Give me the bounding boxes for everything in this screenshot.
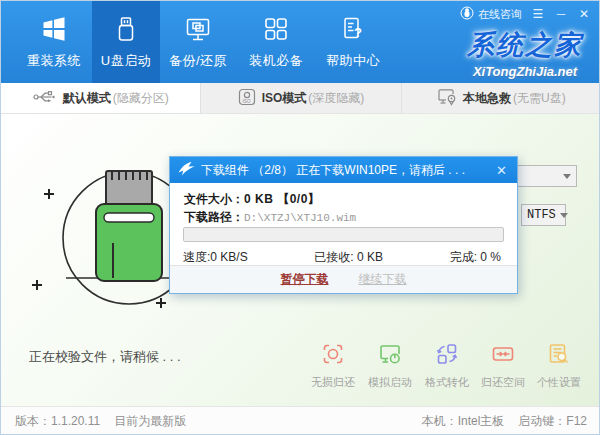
done-stat: 完成: 0 % bbox=[450, 249, 501, 266]
received-stat: 已接收: 0 KB bbox=[314, 249, 383, 266]
local-rescue-icon bbox=[437, 88, 457, 109]
usb-drive-icon bbox=[112, 15, 140, 47]
usb-symbol-icon bbox=[33, 90, 57, 107]
pause-download-button[interactable]: 暂停下载 bbox=[281, 271, 329, 288]
close-button[interactable]: ✕ bbox=[577, 7, 591, 21]
action-format-convert[interactable]: 格式转化 bbox=[419, 342, 475, 390]
app-window: 重装系统 U盘启动 备份/还原 bbox=[0, 0, 600, 435]
dialog-titlebar[interactable]: 下载组件 （2/8） 正在下载WIN10PE，请稍后 . . . ✕ bbox=[170, 157, 517, 183]
nav-label: U盘启动 bbox=[101, 52, 151, 70]
dialog-title: 下载组件 （2/8） 正在下载WIN10PE，请稍后 . . . bbox=[201, 162, 488, 179]
tab-default-mode[interactable]: 默认模式(隐藏分区) bbox=[1, 83, 201, 113]
nav-label: 帮助中心 bbox=[326, 52, 380, 70]
main-content: NTFS 正在校验文件，请稍候 . . . 无损归还 bbox=[1, 114, 600, 406]
mode-tabbar: 默认模式(隐藏分区) ISO ISO模式(深度隐藏) 本地急救(无需U盘) bbox=[1, 83, 600, 114]
bird-icon bbox=[178, 161, 195, 179]
tab-local-rescue[interactable]: 本地急救(无需U盘) bbox=[402, 83, 600, 113]
apps-grid-icon bbox=[262, 15, 290, 47]
header-utility-bar: 在线咨询 ☰ ─ ✕ bbox=[460, 6, 591, 22]
format-convert-icon bbox=[435, 342, 459, 370]
download-progress-bar bbox=[183, 227, 504, 242]
backup-restore-icon bbox=[184, 15, 212, 47]
brand-logo: 系统之家 XiTongZhiJia.net bbox=[467, 27, 583, 79]
iso-file-icon: ISO bbox=[238, 88, 256, 109]
dialog-close-icon[interactable]: ✕ bbox=[494, 163, 509, 178]
nav-reinstall-system[interactable]: 重装系统 bbox=[15, 1, 93, 83]
nav-help-center[interactable]: ? 帮助中心 bbox=[314, 1, 392, 83]
svg-text:ISO: ISO bbox=[242, 99, 250, 104]
dialog-footer: 暂停下载 继续下载 bbox=[170, 265, 517, 293]
format-select[interactable]: NTFS bbox=[521, 204, 566, 226]
file-size-row: 文件大小：0 KB 【0/0】 bbox=[184, 191, 320, 208]
help-center-icon: ? bbox=[339, 15, 367, 47]
quick-actions: 无损归还 模拟启动 bbox=[1, 342, 600, 394]
qq-penguin-icon bbox=[460, 6, 474, 22]
lossless-restore-icon bbox=[321, 342, 345, 370]
nav-label: 重装系统 bbox=[27, 52, 81, 70]
menu-button[interactable]: ☰ bbox=[531, 7, 545, 21]
download-path-row: 下载路径：D:\XTZJ\XTJ10.wim bbox=[184, 209, 356, 226]
machine-info: 本机：Intel主板 bbox=[422, 413, 505, 430]
nav-label: 装机必备 bbox=[249, 52, 303, 70]
action-lossless-restore[interactable]: 无损归还 bbox=[305, 342, 361, 390]
download-path-value: D:\XTZJ\XTJ10.wim bbox=[244, 212, 356, 224]
action-personalize[interactable]: 个性设置 bbox=[531, 342, 587, 390]
status-bar: 版本：1.1.20.11 目前为最新版 本机：Intel主板 启动键：F12 bbox=[1, 406, 600, 435]
reclaim-space-icon bbox=[491, 342, 515, 370]
resume-download-button[interactable]: 继续下载 bbox=[359, 271, 407, 288]
nav-label: 备份/还原 bbox=[169, 52, 227, 70]
action-reclaim-space[interactable]: 归还空间 bbox=[475, 342, 531, 390]
brand-subtitle: XiTongZhiJia.net bbox=[467, 64, 583, 79]
action-simulate-boot[interactable]: 模拟启动 bbox=[362, 342, 418, 390]
tab-iso-mode[interactable]: ISO ISO模式(深度隐藏) bbox=[201, 83, 401, 113]
svg-text:?: ? bbox=[354, 24, 362, 39]
windows-logo-icon bbox=[40, 15, 68, 47]
version-text: 版本：1.1.20.11 bbox=[15, 413, 100, 430]
download-dialog: 下载组件 （2/8） 正在下载WIN10PE，请稍后 . . . ✕ 文件大小：… bbox=[169, 156, 518, 294]
header: 重装系统 U盘启动 备份/还原 bbox=[1, 1, 600, 83]
speed-stat: 速度:0 KB/S bbox=[183, 249, 248, 266]
version-status: 目前为最新版 bbox=[114, 413, 186, 430]
brand-title: 系统之家 bbox=[467, 27, 583, 63]
online-support[interactable]: 在线咨询 bbox=[460, 6, 522, 22]
download-stats: 速度:0 KB/S 已接收: 0 KB 完成: 0 % bbox=[183, 249, 501, 266]
nav-usb-boot[interactable]: U盘启动 bbox=[92, 1, 160, 83]
personalize-icon bbox=[547, 342, 571, 370]
chevron-down-icon bbox=[563, 174, 571, 179]
nav-essential-apps[interactable]: 装机必备 bbox=[237, 1, 315, 83]
nav-backup-restore[interactable]: 备份/还原 bbox=[159, 1, 237, 83]
simulate-boot-icon bbox=[378, 342, 402, 370]
minimize-button[interactable]: ─ bbox=[554, 7, 568, 21]
chevron-down-icon bbox=[560, 213, 568, 218]
boot-key-info: 启动键：F12 bbox=[518, 413, 587, 430]
